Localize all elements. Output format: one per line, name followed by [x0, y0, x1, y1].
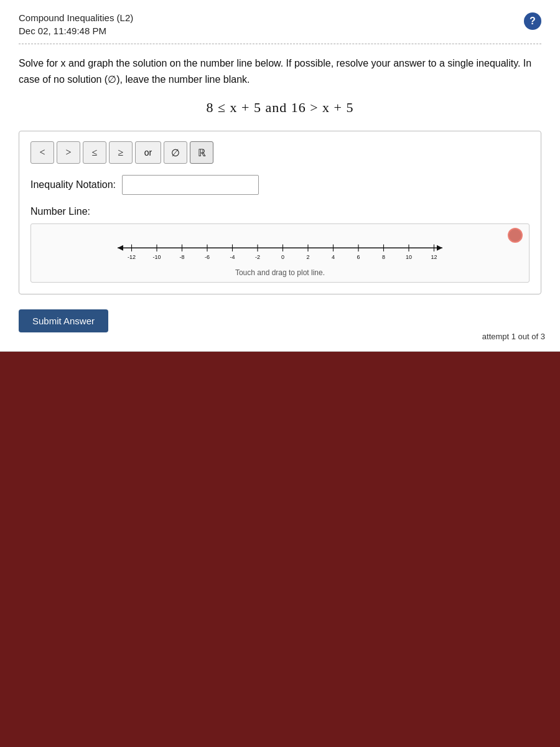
less-equal-btn[interactable]: ≤ [83, 141, 106, 164]
svg-text:-4: -4 [230, 254, 235, 260]
number-line-svg[interactable]: -12 -10 -8 -6 -4 -2 0 [37, 235, 523, 263]
help-icon[interactable]: ? [524, 12, 541, 30]
number-line-container[interactable]: -12 -10 -8 -6 -4 -2 0 [30, 223, 530, 283]
svg-text:0: 0 [281, 254, 284, 260]
empty-set-btn[interactable]: ∅ [164, 141, 187, 164]
equation-display: 8 ≤ x + 5 and 16 > x + 5 [19, 100, 541, 116]
svg-text:-10: -10 [152, 254, 161, 260]
svg-text:-6: -6 [205, 254, 210, 260]
title-line2: Dec 02, 11:49:48 PM [19, 24, 133, 37]
inequality-notation-label: Inequality Notation: [30, 179, 116, 190]
less-than-btn[interactable]: < [30, 141, 54, 164]
header-divider [19, 44, 541, 44]
svg-text:6: 6 [357, 254, 360, 260]
greater-than-btn[interactable]: > [57, 141, 80, 164]
svg-text:-8: -8 [179, 254, 184, 260]
main-card: Compound Inequalities (L2) Dec 02, 11:49… [0, 0, 560, 352]
title-line1: Compound Inequalities (L2) [19, 11, 133, 24]
svg-marker-1 [118, 245, 123, 251]
real-numbers-btn[interactable]: ℝ [190, 141, 213, 164]
svg-text:-2: -2 [255, 254, 260, 260]
touch-hint: Touch and drag to plot line. [37, 268, 523, 277]
inequality-notation-row: Inequality Notation: [30, 175, 530, 195]
symbol-buttons: < > ≤ ≥ or ∅ ℝ [30, 141, 530, 164]
svg-text:4: 4 [332, 254, 335, 260]
svg-text:-12: -12 [128, 254, 136, 260]
header-row: Compound Inequalities (L2) Dec 02, 11:49… [19, 11, 541, 37]
submit-answer-button[interactable]: Submit Answer [19, 309, 108, 332]
attempt-text: attempt 1 out of 3 [482, 332, 545, 341]
svg-text:8: 8 [382, 254, 385, 260]
or-btn[interactable]: or [135, 141, 161, 164]
problem-text: Solve for x and graph the solution on th… [19, 55, 541, 87]
inequality-notation-input[interactable] [122, 175, 259, 195]
undo-icon[interactable] [508, 228, 523, 243]
svg-marker-2 [437, 245, 442, 251]
greater-equal-btn[interactable]: ≥ [109, 141, 133, 164]
number-line-label: Number Line: [30, 206, 530, 217]
svg-text:12: 12 [431, 254, 437, 260]
title-block: Compound Inequalities (L2) Dec 02, 11:49… [19, 11, 133, 37]
svg-text:10: 10 [406, 254, 412, 260]
svg-text:2: 2 [306, 254, 309, 260]
input-panel: < > ≤ ≥ or ∅ ℝ Inequality Notation: Numb… [19, 131, 541, 294]
